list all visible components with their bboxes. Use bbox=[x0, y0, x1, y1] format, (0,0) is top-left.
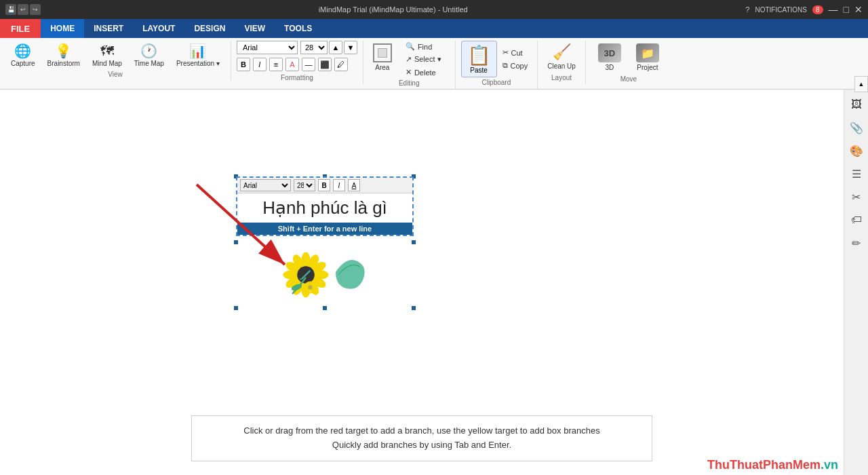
node-text-content[interactable]: Hạnh phúc là gì bbox=[237, 193, 412, 223]
sidebar-pen-icon[interactable]: ✏ bbox=[847, 233, 866, 252]
right-sidebar: 🖼 📎 🎨 ☰ ✂ 🏷 ✏ bbox=[844, 90, 868, 475]
project-button[interactable]: 📁 Project bbox=[629, 41, 666, 74]
find-label: Find bbox=[418, 43, 432, 51]
mindmap-icon: 🗺 bbox=[100, 43, 114, 59]
watermark: ThuThuatPhanMem.vn bbox=[707, 458, 838, 472]
title-bar-controls[interactable]: 💾 ↩ ↪ bbox=[5, 4, 41, 15]
cut-copy-group: ✂ Cut ⧉ Copy bbox=[498, 47, 532, 71]
sidebar-image-icon[interactable]: 🖼 bbox=[847, 95, 866, 114]
title-bar-left: 💾 ↩ ↪ bbox=[5, 4, 41, 15]
node-font-select[interactable]: Arial bbox=[240, 179, 291, 191]
brainstorm-icon: 💡 bbox=[55, 43, 72, 59]
timemap-button[interactable]: 🕐 Time Map bbox=[129, 41, 170, 69]
underline-button[interactable]: — bbox=[302, 58, 315, 71]
font-size-down-btn[interactable]: ▼ bbox=[344, 41, 357, 54]
sidebar-tag-icon[interactable]: 🏷 bbox=[847, 210, 866, 229]
sidebar-color-icon[interactable]: 🎨 bbox=[847, 141, 866, 160]
sel-handle-ml[interactable] bbox=[233, 240, 239, 245]
copy-button[interactable]: ⧉ Copy bbox=[498, 60, 532, 71]
app-title: iMindMap Trial (iMindMap Ultimate) - Unt… bbox=[41, 5, 745, 14]
sel-handle-bl[interactable] bbox=[233, 305, 239, 311]
menu-home[interactable]: HOME bbox=[41, 19, 84, 38]
capture-label: Capture bbox=[11, 60, 35, 67]
node-hint-text: for a new line bbox=[322, 225, 372, 233]
maximize-btn[interactable]: □ bbox=[844, 4, 849, 15]
menu-layout[interactable]: LAYOUT bbox=[133, 19, 184, 38]
save-btn[interactable]: 💾 bbox=[5, 4, 16, 15]
notifications-badge[interactable]: 8 bbox=[812, 5, 823, 14]
canvas-area[interactable]: Arial 28 B I A Hạnh phúc là gì Shift + E… bbox=[0, 90, 844, 475]
close-btn[interactable]: ✕ bbox=[854, 4, 863, 15]
area-icon bbox=[373, 43, 392, 62]
clipboard-group-label: Clipboard bbox=[481, 79, 511, 86]
menu-file[interactable]: FILE bbox=[0, 19, 41, 38]
sel-handle-bm[interactable] bbox=[322, 305, 328, 311]
cleanup-button[interactable]: 🧹 Clean Up bbox=[543, 41, 580, 73]
sidebar-cut-icon[interactable]: ✂ bbox=[847, 187, 866, 206]
ribbon-layout-group: 🧹 Clean Up Layout bbox=[538, 41, 586, 84]
ribbon-clipboard-group: 📋 Paste ✂ Cut ⧉ Copy Clipboard bbox=[456, 41, 538, 89]
find-icon: 🔍 bbox=[406, 42, 415, 51]
brainstorm-label: Brainstorm bbox=[47, 60, 80, 67]
cleanup-icon: 🧹 bbox=[553, 43, 571, 61]
font-size-up-btn[interactable]: ▲ bbox=[329, 41, 342, 54]
view-buttons: 🌐 Capture 💡 Brainstorm 🗺 Mind Map 🕐 Time… bbox=[5, 41, 225, 69]
align-button[interactable]: ≡ bbox=[269, 58, 283, 71]
3d-button[interactable]: 3D 3D bbox=[591, 41, 628, 74]
menu-bar: FILE HOME INSERT LAYOUT DESIGN VIEW TOOL… bbox=[0, 19, 868, 38]
watermark-main: ThuThuatPhanMem bbox=[707, 458, 821, 472]
svg-point-19 bbox=[308, 285, 312, 289]
select-icon: ↗ bbox=[406, 55, 412, 64]
copy-icon: ⧉ bbox=[502, 61, 508, 70]
undo-btn[interactable]: ↩ bbox=[18, 4, 28, 15]
editing-buttons: 🔍 Find ↗ Select ▾ ✕ Delete bbox=[397, 41, 450, 78]
menu-design[interactable]: DESIGN bbox=[184, 19, 235, 38]
node-italic-btn[interactable]: I bbox=[333, 179, 345, 191]
minimize-btn[interactable]: — bbox=[829, 4, 838, 15]
presentation-icon: 📊 bbox=[189, 43, 206, 59]
font-color-button[interactable]: A bbox=[285, 58, 299, 71]
select-button[interactable]: ↗ Select ▾ bbox=[401, 54, 446, 65]
node-text-editor[interactable]: Arial 28 B I A Hạnh phúc là gì Shift + E… bbox=[236, 176, 414, 236]
font-family-select[interactable]: Arial bbox=[237, 41, 298, 54]
editing-content: Area 🔍 Find ↗ Select ▾ ✕ Delete bbox=[369, 41, 450, 78]
node-underline-btn[interactable]: A bbox=[348, 179, 360, 191]
italic-button[interactable]: I bbox=[253, 58, 267, 71]
sunflower-graphic bbox=[271, 242, 379, 303]
sel-handle-mr[interactable] bbox=[411, 240, 416, 245]
mind-map-node[interactable]: Arial 28 B I A Hạnh phúc là gì Shift + E… bbox=[236, 176, 414, 308]
node-bold-btn[interactable]: B bbox=[318, 179, 330, 191]
help-button[interactable]: ? bbox=[745, 5, 749, 14]
paste-button[interactable]: 📋 Paste bbox=[461, 41, 497, 77]
paste-icon: 📋 bbox=[467, 44, 491, 66]
mindmap-button[interactable]: 🗺 Mind Map bbox=[87, 41, 127, 69]
sel-handle-br[interactable] bbox=[411, 305, 416, 311]
bold-button[interactable]: B bbox=[237, 58, 250, 71]
capture-button[interactable]: 🌐 Capture bbox=[5, 41, 41, 69]
menu-insert[interactable]: INSERT bbox=[84, 19, 133, 38]
area-button[interactable]: Area bbox=[369, 41, 396, 74]
font-size-select[interactable]: 28 bbox=[300, 41, 328, 54]
cut-icon: ✂ bbox=[502, 48, 509, 57]
ribbon: 🌐 Capture 💡 Brainstorm 🗺 Mind Map 🕐 Time… bbox=[0, 38, 868, 90]
delete-icon: ✕ bbox=[406, 68, 412, 77]
clipboard-content: 📋 Paste ✂ Cut ⧉ Copy bbox=[461, 41, 532, 77]
move-group-label: Move bbox=[620, 75, 637, 83]
sidebar-clip-icon[interactable]: 📎 bbox=[847, 118, 866, 137]
ribbon-collapse-button[interactable]: ▲ bbox=[854, 76, 868, 92]
timemap-icon: 🕐 bbox=[140, 43, 157, 59]
find-button[interactable]: 🔍 Find bbox=[401, 41, 446, 52]
delete-button[interactable]: ✕ Delete bbox=[401, 66, 446, 78]
cut-button[interactable]: ✂ Cut bbox=[498, 47, 532, 58]
highlight-button[interactable]: ⬛ bbox=[318, 58, 332, 71]
menu-tools[interactable]: TOOLS bbox=[275, 19, 321, 38]
ribbon-formatting-group: Arial 28 ▲ ▼ B I ≡ A — ⬛ 🖊 Forma bbox=[231, 41, 363, 84]
presentation-button[interactable]: 📊 Presentation ▾ bbox=[171, 41, 225, 69]
menu-view[interactable]: VIEW bbox=[235, 19, 275, 38]
hint-line-1: Click or drag from the red target to add… bbox=[208, 424, 635, 438]
brainstorm-button[interactable]: 💡 Brainstorm bbox=[42, 41, 85, 69]
extra-fmt-btn[interactable]: 🖊 bbox=[334, 58, 348, 71]
redo-btn[interactable]: ↪ bbox=[30, 4, 41, 15]
sidebar-list-icon[interactable]: ☰ bbox=[847, 164, 866, 183]
node-size-select[interactable]: 28 bbox=[294, 179, 315, 191]
